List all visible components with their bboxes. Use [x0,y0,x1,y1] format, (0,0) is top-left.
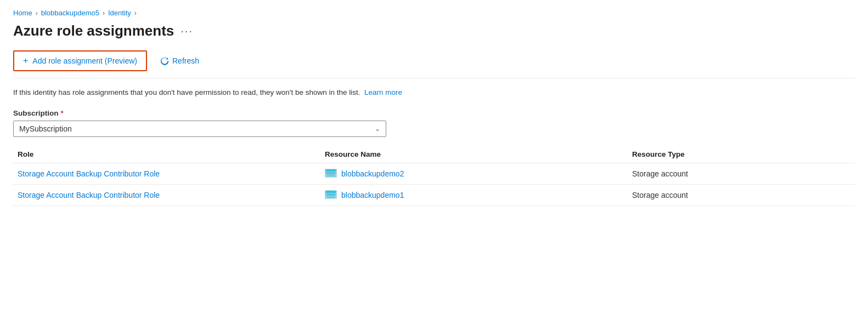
resource-name-cell-2: blobbackupdemo1 [320,190,628,200]
refresh-button[interactable]: Refresh [156,53,204,69]
role-link-2[interactable]: Storage Account Backup Contributor Role [18,191,160,199]
breadcrumb-blobbackupdemo5[interactable]: blobbackupdemo5 [41,9,99,17]
role-cell-1: Storage Account Backup Contributor Role [13,169,320,178]
role-cell-2: Storage Account Backup Contributor Role [13,191,320,199]
breadcrumb-sep-3: › [134,9,137,17]
col-header-resource-name: Resource Name [320,150,628,158]
plus-icon: + [23,56,28,66]
resource-type-cell-2: Storage account [628,191,855,199]
info-text: If this identity has role assignments th… [13,87,855,98]
storage-account-icon-2 [325,190,337,200]
resource-link-2[interactable]: blobbackupdemo1 [341,191,404,199]
breadcrumb-identity[interactable]: Identity [108,9,131,17]
refresh-label: Refresh [172,56,199,65]
add-role-assignment-button[interactable]: + Add role assignment (Preview) [13,50,147,71]
table-container: Role Resource Name Resource Type Storage… [13,146,855,206]
subscription-dropdown[interactable]: MySubscription ⌄ [13,121,386,137]
breadcrumb-home[interactable]: Home [13,9,32,17]
subscription-value: MySubscription [19,124,72,133]
more-options-icon[interactable]: ··· [181,25,193,37]
breadcrumb: Home › blobbackupdemo5 › Identity › [13,9,855,17]
resource-name-cell-1: blobbackupdemo2 [320,169,628,179]
toolbar: + Add role assignment (Preview) Refresh [13,50,855,78]
subscription-section: Subscription * MySubscription ⌄ [13,109,855,137]
refresh-icon [160,56,169,65]
table-header: Role Resource Name Resource Type [13,146,855,163]
required-indicator: * [61,109,64,117]
storage-account-icon-1 [325,169,337,179]
col-header-resource-type: Resource Type [628,150,855,158]
resource-type-cell-1: Storage account [628,169,855,178]
page-title: Azure role assignments [13,22,174,39]
add-role-label: Add role assignment (Preview) [32,56,137,65]
chevron-down-icon: ⌄ [375,125,380,133]
page-title-row: Azure role assignments ··· [13,22,855,39]
role-link-1[interactable]: Storage Account Backup Contributor Role [18,169,160,178]
resource-link-1[interactable]: blobbackupdemo2 [341,169,404,178]
learn-more-link[interactable]: Learn more [364,88,402,96]
breadcrumb-sep-1: › [36,9,38,17]
table-row: Storage Account Backup Contributor Role … [13,163,855,185]
breadcrumb-sep-2: › [103,9,105,17]
col-header-role: Role [13,150,320,158]
table-row: Storage Account Backup Contributor Role … [13,185,855,206]
subscription-label: Subscription * [13,109,855,117]
